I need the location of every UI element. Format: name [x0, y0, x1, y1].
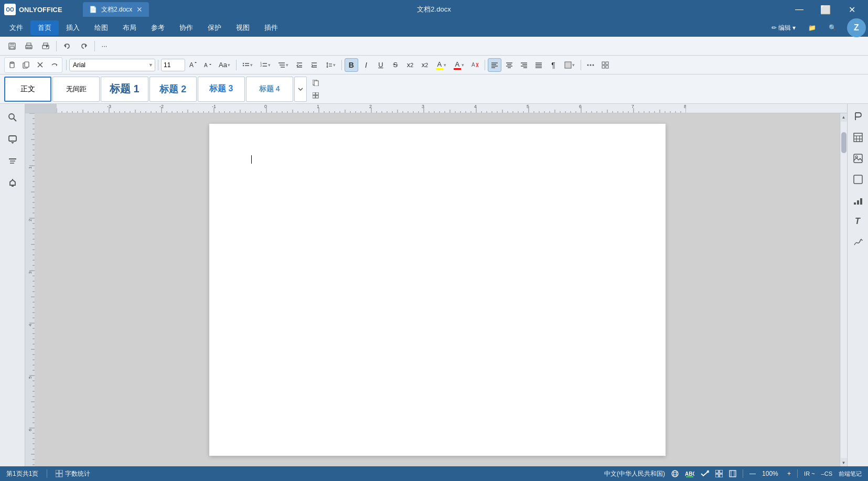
menu-collaborate[interactable]: 协作: [172, 20, 200, 35]
shape-settings-button[interactable]: [850, 171, 866, 188]
app-logo-icon: OO: [4, 4, 16, 15]
highlight-button[interactable]: A ▾: [433, 58, 449, 72]
menu-draw[interactable]: 绘图: [87, 20, 115, 35]
align-center-button[interactable]: [502, 58, 516, 72]
zoom-in-button[interactable]: +: [787, 470, 791, 477]
language-selector[interactable]: 中文(中华人民共和国): [604, 469, 665, 478]
copy-style-button[interactable]: [48, 58, 61, 72]
svg-rect-95: [59, 470, 62, 473]
subscript-button[interactable]: x2: [418, 58, 432, 72]
copy-button[interactable]: [19, 58, 33, 72]
style-h2[interactable]: 标题 2: [149, 77, 197, 102]
shading-button[interactable]: ▾: [561, 58, 578, 72]
close-button[interactable]: ✕: [840, 1, 864, 18]
align-left-button[interactable]: [488, 58, 501, 72]
spell-check[interactable]: ABC: [685, 470, 694, 477]
superscript-button[interactable]: x2: [403, 58, 417, 72]
doc-tab[interactable]: 📄 文档2.docx ✕: [83, 2, 149, 17]
style-h1[interactable]: 标题 1: [101, 77, 148, 102]
word-count[interactable]: 字数统计: [56, 469, 90, 478]
redo-button[interactable]: [76, 39, 92, 53]
menu-protect[interactable]: 保护: [200, 20, 229, 35]
scroll-down-arrow[interactable]: ▼: [840, 459, 848, 466]
italic-button[interactable]: I: [359, 58, 373, 72]
font-color-bar: [454, 68, 461, 70]
save-button[interactable]: [4, 39, 20, 53]
strikethrough-button[interactable]: S: [389, 58, 402, 72]
document-page[interactable]: [209, 124, 666, 456]
case-button[interactable]: Aa▾: [216, 58, 233, 72]
indent-increase-button[interactable]: [307, 58, 321, 72]
track-changes-button[interactable]: [701, 470, 709, 477]
chart-settings-button[interactable]: [850, 192, 866, 209]
bold-button[interactable]: B: [345, 58, 358, 72]
font-size-input[interactable]: [161, 59, 185, 71]
more-button[interactable]: ···: [98, 39, 111, 53]
table-settings-button[interactable]: [850, 129, 866, 146]
quick-print-button[interactable]: [38, 39, 53, 53]
menu-file[interactable]: 文件: [2, 20, 30, 35]
zoom-out-button[interactable]: —: [749, 470, 756, 477]
numbered-list-button[interactable]: 1.2. ▾: [257, 58, 274, 72]
styles-expand-button[interactable]: [294, 77, 307, 102]
indent-decrease-button[interactable]: [293, 58, 306, 72]
scroll-track[interactable]: [841, 122, 847, 458]
format-more-button[interactable]: [584, 58, 597, 72]
minimize-button[interactable]: —: [787, 1, 811, 18]
underline-button[interactable]: U: [374, 58, 388, 72]
font-name-input[interactable]: [69, 59, 155, 71]
line-spacing-button[interactable]: ▾: [322, 58, 339, 72]
restore-button[interactable]: ⬜: [813, 1, 838, 18]
style-h3[interactable]: 标题 3: [198, 77, 245, 102]
cut-button[interactable]: [34, 58, 47, 72]
v-ruler-canvas: [25, 113, 35, 466]
svg-point-61: [587, 64, 588, 66]
tab-close-button[interactable]: ✕: [136, 5, 143, 14]
menu-layout[interactable]: 布局: [115, 20, 144, 35]
sidebar-comments-button[interactable]: [3, 130, 22, 149]
image-settings-button[interactable]: [850, 150, 866, 167]
scroll-thumb[interactable]: [841, 132, 846, 153]
paragraph-settings-button[interactable]: [850, 108, 866, 125]
menu-references[interactable]: 参考: [144, 20, 172, 35]
menu-plugins[interactable]: 插件: [257, 20, 285, 35]
style-h4[interactable]: 标题 4: [246, 77, 293, 102]
align-right-button[interactable]: [517, 58, 531, 72]
user-avatar[interactable]: Z: [847, 18, 866, 37]
clear-format-button[interactable]: A: [468, 58, 482, 72]
folder-button[interactable]: 📁: [803, 22, 821, 34]
text-art-settings-button[interactable]: T: [850, 213, 866, 230]
search-button[interactable]: 🔍: [823, 22, 842, 34]
multilevel-list-button[interactable]: ▾: [275, 58, 292, 72]
paragraph-mark-button[interactable]: ¶: [546, 58, 560, 72]
sidebar-search-button[interactable]: [3, 108, 22, 127]
style-no-space[interactable]: 无间距: [52, 77, 100, 102]
menu-insert[interactable]: 插入: [59, 20, 87, 35]
vertical-scrollbar[interactable]: ▲ ▼: [840, 113, 847, 466]
paste-button[interactable]: [5, 58, 19, 72]
sidebar-announce-button[interactable]: [3, 174, 22, 193]
font-size-down-button[interactable]: A: [201, 58, 215, 72]
svg-rect-105: [720, 470, 723, 473]
left-sidebar: [0, 104, 25, 466]
menu-home[interactable]: 首页: [30, 20, 59, 35]
undo-button[interactable]: [59, 39, 75, 53]
sidebar-headings-button[interactable]: [3, 152, 22, 171]
format-grid-button[interactable]: [598, 58, 612, 72]
scroll-up-arrow[interactable]: ▲: [840, 113, 848, 121]
bullet-list-button[interactable]: ▾: [239, 58, 256, 72]
align-justify-button[interactable]: [532, 58, 545, 72]
print-button[interactable]: [21, 39, 37, 53]
styles-grid-button[interactable]: [309, 90, 323, 101]
font-color-button[interactable]: A ▾: [451, 58, 467, 72]
menu-view[interactable]: 视图: [229, 20, 257, 35]
signature-settings-button[interactable]: [850, 234, 866, 251]
edit-button[interactable]: ✏ 编辑 ▾: [766, 22, 801, 35]
font-size-up-button[interactable]: A: [186, 58, 200, 72]
globe-button[interactable]: [671, 470, 679, 477]
style-normal[interactable]: 正文: [4, 77, 51, 102]
view-toggle-button[interactable]: [715, 470, 723, 477]
document-scroll-area[interactable]: ▲ ▼: [25, 113, 847, 466]
styles-copy-button[interactable]: [309, 78, 323, 88]
fit-page-button[interactable]: [729, 470, 736, 477]
